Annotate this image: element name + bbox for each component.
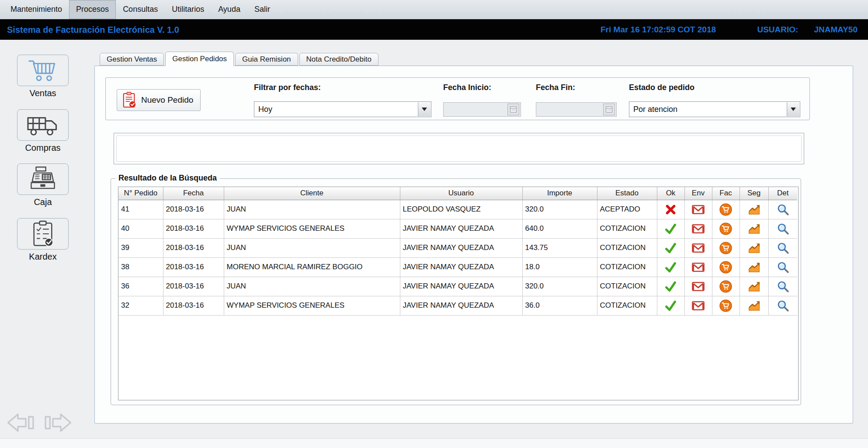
det-magnifier-icon[interactable] (768, 277, 797, 296)
pedido-cell: 38 (118, 257, 163, 277)
cliente-cell: WYMAP SERVICIOS GENERALES (224, 296, 400, 315)
env-mail-icon[interactable] (684, 296, 712, 315)
importe-cell: 36.0 (522, 296, 597, 315)
pedido-cell: 40 (118, 219, 163, 238)
dropdown-arrow-button[interactable] (787, 102, 799, 116)
sidebar-item-caja[interactable]: Caja (17, 163, 69, 207)
det-magnifier-icon[interactable] (768, 219, 797, 238)
seg-chart-icon[interactable] (740, 257, 768, 277)
usuario-cell: JAVIER NAMAY QUEZADA (400, 277, 522, 296)
cliente-cell: JUAN (224, 200, 400, 219)
end-date-label: Fecha Fin: (536, 83, 575, 92)
fac-cart-icon[interactable] (712, 296, 740, 315)
table-row[interactable]: 322018-03-16WYMAP SERVICIOS GENERALESJAV… (118, 296, 797, 315)
sidebar-item-ventas[interactable]: Ventas (17, 55, 69, 98)
env-mail-icon[interactable] (684, 238, 712, 257)
shopping-cart-icon (17, 55, 69, 86)
env-mail-icon[interactable] (684, 257, 712, 277)
cliente-cell: WYMAP SERVICIOS GENERALES (224, 219, 400, 238)
table-row[interactable]: 402018-03-16WYMAP SERVICIOS GENERALESJAV… (118, 219, 797, 238)
tab-guia-remision[interactable]: Guia Remision (235, 53, 298, 66)
det-magnifier-icon[interactable] (768, 296, 797, 315)
seg-chart-icon[interactable] (740, 200, 768, 219)
column-header-pedido[interactable]: N° Pedido (118, 187, 163, 200)
nav-forward-icon[interactable] (41, 412, 73, 434)
importe-cell: 320.0 (522, 200, 597, 219)
search-input[interactable] (114, 133, 804, 164)
table-row[interactable]: 392018-03-16JUANJAVIER NAMAY QUEZADA143.… (118, 238, 797, 257)
column-header-env[interactable]: Env (684, 187, 712, 200)
menu-ayuda[interactable]: Ayuda (211, 0, 247, 19)
menu-salir[interactable]: Salir (247, 0, 277, 19)
column-header-ok[interactable]: Ok (657, 187, 684, 200)
seg-chart-icon[interactable] (740, 238, 768, 257)
tab-gestion-ventas[interactable]: Gestion Ventas (100, 53, 164, 66)
ok-check-icon[interactable] (657, 257, 684, 277)
seg-chart-icon[interactable] (740, 219, 768, 238)
cliente-cell: JUAN (224, 277, 400, 296)
end-date-calendar-button[interactable] (603, 104, 615, 115)
filter-by-dates-value: Hoy (254, 105, 272, 114)
nav-back-icon[interactable] (6, 412, 38, 434)
navigation-arrows (6, 412, 73, 434)
fecha-cell: 2018-03-16 (163, 257, 224, 277)
column-header-cliente[interactable]: Cliente (224, 187, 400, 200)
calendar-icon (510, 106, 517, 113)
tab-nota-credito-debito[interactable]: Nota Credito/Debito (299, 53, 378, 66)
new-order-button[interactable]: Nuevo Pedido (117, 89, 201, 111)
menu-consultas[interactable]: Consultas (116, 0, 165, 19)
clipboard-check-icon (17, 218, 69, 250)
menu-procesos[interactable]: Procesos (69, 0, 116, 19)
column-header-fecha[interactable]: Fecha (163, 187, 224, 200)
sidebar-item-label: Kardex (29, 252, 56, 262)
fecha-cell: 2018-03-16 (163, 277, 224, 296)
usuario-cell: JAVIER NAMAY QUEZADA (400, 296, 522, 315)
column-header-importe[interactable]: Importe (522, 187, 597, 200)
end-date-input[interactable] (536, 102, 617, 117)
table-row[interactable]: 362018-03-16JUANJAVIER NAMAY QUEZADA320.… (118, 277, 797, 296)
filter-by-dates-select[interactable]: Hoy (254, 101, 431, 117)
fecha-cell: 2018-03-16 (163, 296, 224, 315)
env-mail-icon[interactable] (684, 219, 712, 238)
ok-check-icon[interactable] (657, 277, 684, 296)
menu-utilitarios[interactable]: Utilitarios (165, 0, 211, 19)
start-date-calendar-button[interactable] (507, 104, 519, 115)
column-header-fac[interactable]: Fac (712, 187, 740, 200)
estado-cell: COTIZACION (597, 277, 657, 296)
new-order-button-label: Nuevo Pedido (141, 95, 193, 105)
ok-cross-icon[interactable] (657, 200, 684, 219)
cliente-cell: MORENO MARCIAL RAMIREZ BOGGIO (224, 257, 400, 277)
det-magnifier-icon[interactable] (768, 257, 797, 277)
column-header-estado[interactable]: Estado (597, 187, 657, 200)
datetime-text: Fri Mar 16 17:02:59 COT 2018 (601, 25, 716, 35)
column-header-seg[interactable]: Seg (740, 187, 768, 200)
column-header-det[interactable]: Det (768, 187, 797, 200)
ok-check-icon[interactable] (657, 238, 684, 257)
env-mail-icon[interactable] (684, 277, 712, 296)
tab-bar: Gestion Ventas Gestion Pedidos Guia Remi… (100, 52, 380, 66)
ok-check-icon[interactable] (657, 296, 684, 315)
tab-gestion-pedidos[interactable]: Gestion Pedidos (165, 52, 234, 66)
env-mail-icon[interactable] (684, 200, 712, 219)
fac-cart-icon[interactable] (712, 257, 740, 277)
table-row[interactable]: 412018-03-16JUANLEOPOLDO VASQUEZ320.0ACE… (118, 200, 797, 219)
seg-chart-icon[interactable] (740, 296, 768, 315)
fac-cart-icon[interactable] (712, 200, 740, 219)
det-magnifier-icon[interactable] (768, 200, 797, 219)
column-header-usuario[interactable]: Usuario (400, 187, 522, 200)
menu-mantenimiento[interactable]: Mantenimiento (3, 0, 69, 19)
fac-cart-icon[interactable] (712, 277, 740, 296)
fac-cart-icon[interactable] (712, 219, 740, 238)
order-status-select[interactable]: Por atencion (629, 101, 800, 117)
dropdown-arrow-button[interactable] (418, 102, 431, 116)
sidebar-item-compras[interactable]: Compras (17, 109, 69, 153)
fac-cart-icon[interactable] (712, 238, 740, 257)
sidebar-item-label: Ventas (29, 88, 56, 98)
table-row[interactable]: 382018-03-16MORENO MARCIAL RAMIREZ BOGGI… (118, 257, 797, 277)
det-magnifier-icon[interactable] (768, 238, 797, 257)
ok-check-icon[interactable] (657, 219, 684, 238)
seg-chart-icon[interactable] (740, 277, 768, 296)
start-date-label: Fecha Inicio: (443, 83, 491, 92)
sidebar-item-kardex[interactable]: Kardex (17, 218, 69, 262)
start-date-input[interactable] (443, 102, 521, 117)
